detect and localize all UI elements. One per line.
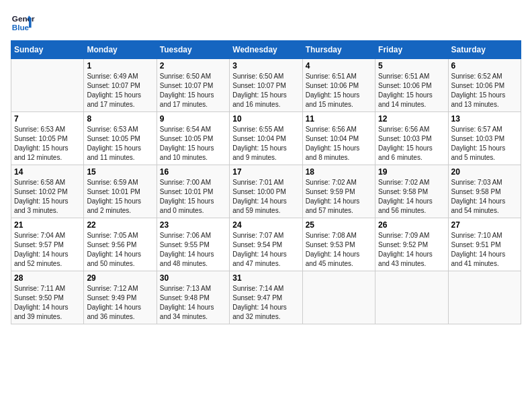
day-number: 18 xyxy=(306,167,372,177)
calendar-cell: 21Sunrise: 7:04 AM Sunset: 9:57 PM Dayli… xyxy=(11,218,84,271)
logo: General Blue xyxy=(11,11,35,35)
calendar-cell: 29Sunrise: 7:12 AM Sunset: 9:49 PM Dayli… xyxy=(84,271,157,324)
day-info: Sunrise: 6:52 AM Sunset: 10:06 PM Daylig… xyxy=(451,72,518,109)
day-number: 12 xyxy=(378,114,445,124)
calendar-cell: 8Sunrise: 6:53 AM Sunset: 10:05 PM Dayli… xyxy=(84,112,157,165)
day-number: 6 xyxy=(451,61,518,71)
calendar-cell: 28Sunrise: 7:11 AM Sunset: 9:50 PM Dayli… xyxy=(11,271,84,324)
calendar-cell: 20Sunrise: 7:03 AM Sunset: 9:58 PM Dayli… xyxy=(448,165,521,218)
calendar-table: SundayMondayTuesdayWednesdayThursdayFrid… xyxy=(11,40,521,324)
calendar-cell: 10Sunrise: 6:55 AM Sunset: 10:04 PM Dayl… xyxy=(230,112,302,165)
day-info: Sunrise: 7:06 AM Sunset: 9:55 PM Dayligh… xyxy=(160,231,226,269)
day-info: Sunrise: 7:11 AM Sunset: 9:50 PM Dayligh… xyxy=(14,284,81,322)
day-info: Sunrise: 7:02 AM Sunset: 9:58 PM Dayligh… xyxy=(378,178,445,216)
day-number: 4 xyxy=(306,61,372,71)
calendar-cell: 6Sunrise: 6:52 AM Sunset: 10:06 PM Dayli… xyxy=(448,59,521,112)
day-info: Sunrise: 6:56 AM Sunset: 10:03 PM Daylig… xyxy=(378,125,445,163)
calendar-cell: 19Sunrise: 7:02 AM Sunset: 9:58 PM Dayli… xyxy=(375,165,448,218)
calendar-cell xyxy=(375,271,448,324)
calendar-cell: 31Sunrise: 7:14 AM Sunset: 9:47 PM Dayli… xyxy=(230,271,302,324)
day-info: Sunrise: 7:00 AM Sunset: 10:01 PM Daylig… xyxy=(160,178,226,216)
weekday-header-sunday: Sunday xyxy=(11,41,84,59)
day-info: Sunrise: 7:08 AM Sunset: 9:53 PM Dayligh… xyxy=(306,231,372,269)
day-number: 31 xyxy=(232,273,299,283)
calendar-cell: 9Sunrise: 6:54 AM Sunset: 10:05 PM Dayli… xyxy=(157,112,229,165)
calendar-cell xyxy=(448,271,521,324)
weekday-header-thursday: Thursday xyxy=(302,41,375,59)
calendar-cell: 13Sunrise: 6:57 AM Sunset: 10:03 PM Dayl… xyxy=(448,112,521,165)
calendar-cell: 17Sunrise: 7:01 AM Sunset: 10:00 PM Dayl… xyxy=(230,165,302,218)
calendar-cell: 26Sunrise: 7:09 AM Sunset: 9:52 PM Dayli… xyxy=(375,218,448,271)
day-number: 13 xyxy=(451,114,518,124)
calendar-header: SundayMondayTuesdayWednesdayThursdayFrid… xyxy=(11,41,521,59)
week-row-2: 7Sunrise: 6:53 AM Sunset: 10:05 PM Dayli… xyxy=(11,112,521,165)
calendar-cell xyxy=(11,59,84,112)
calendar-cell: 11Sunrise: 6:56 AM Sunset: 10:04 PM Dayl… xyxy=(302,112,375,165)
day-info: Sunrise: 7:02 AM Sunset: 9:59 PM Dayligh… xyxy=(306,178,372,216)
calendar-cell: 2Sunrise: 6:50 AM Sunset: 10:07 PM Dayli… xyxy=(157,59,229,112)
svg-text:Blue: Blue xyxy=(12,23,30,32)
day-info: Sunrise: 7:14 AM Sunset: 9:47 PM Dayligh… xyxy=(232,284,299,322)
day-info: Sunrise: 7:04 AM Sunset: 9:57 PM Dayligh… xyxy=(14,231,81,269)
day-info: Sunrise: 6:51 AM Sunset: 10:06 PM Daylig… xyxy=(378,72,445,109)
day-info: Sunrise: 7:07 AM Sunset: 9:54 PM Dayligh… xyxy=(232,231,299,269)
day-info: Sunrise: 7:01 AM Sunset: 10:00 PM Daylig… xyxy=(232,178,299,216)
calendar-body: 1Sunrise: 6:49 AM Sunset: 10:07 PM Dayli… xyxy=(11,59,521,324)
day-number: 15 xyxy=(87,167,153,177)
calendar-cell: 18Sunrise: 7:02 AM Sunset: 9:59 PM Dayli… xyxy=(302,165,375,218)
week-row-5: 28Sunrise: 7:11 AM Sunset: 9:50 PM Dayli… xyxy=(11,271,521,324)
day-number: 1 xyxy=(87,61,153,71)
day-number: 5 xyxy=(378,61,445,71)
day-info: Sunrise: 6:55 AM Sunset: 10:04 PM Daylig… xyxy=(232,125,299,163)
day-info: Sunrise: 6:53 AM Sunset: 10:05 PM Daylig… xyxy=(87,125,153,163)
day-number: 23 xyxy=(160,220,226,230)
week-row-4: 21Sunrise: 7:04 AM Sunset: 9:57 PM Dayli… xyxy=(11,218,521,271)
calendar-cell: 15Sunrise: 6:59 AM Sunset: 10:01 PM Dayl… xyxy=(84,165,157,218)
calendar-cell: 24Sunrise: 7:07 AM Sunset: 9:54 PM Dayli… xyxy=(230,218,302,271)
calendar-cell: 14Sunrise: 6:58 AM Sunset: 10:02 PM Dayl… xyxy=(11,165,84,218)
calendar-cell: 3Sunrise: 6:50 AM Sunset: 10:07 PM Dayli… xyxy=(230,59,302,112)
day-info: Sunrise: 7:10 AM Sunset: 9:51 PM Dayligh… xyxy=(451,231,518,269)
weekday-header-tuesday: Tuesday xyxy=(157,41,229,59)
day-info: Sunrise: 7:13 AM Sunset: 9:48 PM Dayligh… xyxy=(160,284,226,322)
calendar-cell: 27Sunrise: 7:10 AM Sunset: 9:51 PM Dayli… xyxy=(448,218,521,271)
day-info: Sunrise: 7:03 AM Sunset: 9:58 PM Dayligh… xyxy=(451,178,518,216)
calendar-cell: 25Sunrise: 7:08 AM Sunset: 9:53 PM Dayli… xyxy=(302,218,375,271)
calendar-cell: 1Sunrise: 6:49 AM Sunset: 10:07 PM Dayli… xyxy=(84,59,157,112)
weekday-header-saturday: Saturday xyxy=(448,41,521,59)
calendar-cell: 23Sunrise: 7:06 AM Sunset: 9:55 PM Dayli… xyxy=(157,218,229,271)
day-info: Sunrise: 6:50 AM Sunset: 10:07 PM Daylig… xyxy=(160,72,226,109)
page-header: General Blue xyxy=(11,11,521,35)
day-number: 11 xyxy=(306,114,372,124)
calendar-cell: 22Sunrise: 7:05 AM Sunset: 9:56 PM Dayli… xyxy=(84,218,157,271)
day-info: Sunrise: 6:49 AM Sunset: 10:07 PM Daylig… xyxy=(87,72,153,109)
day-info: Sunrise: 7:05 AM Sunset: 9:56 PM Dayligh… xyxy=(87,231,153,269)
day-info: Sunrise: 6:53 AM Sunset: 10:05 PM Daylig… xyxy=(14,125,81,163)
day-info: Sunrise: 6:57 AM Sunset: 10:03 PM Daylig… xyxy=(451,125,518,163)
day-number: 28 xyxy=(14,273,81,283)
calendar-cell xyxy=(302,271,375,324)
day-info: Sunrise: 7:09 AM Sunset: 9:52 PM Dayligh… xyxy=(378,231,445,269)
day-number: 8 xyxy=(87,114,153,124)
calendar-cell: 4Sunrise: 6:51 AM Sunset: 10:06 PM Dayli… xyxy=(302,59,375,112)
day-number: 10 xyxy=(232,114,299,124)
calendar-cell: 5Sunrise: 6:51 AM Sunset: 10:06 PM Dayli… xyxy=(375,59,448,112)
day-number: 21 xyxy=(14,220,81,230)
day-number: 17 xyxy=(232,167,299,177)
day-info: Sunrise: 6:50 AM Sunset: 10:07 PM Daylig… xyxy=(232,72,299,109)
week-row-1: 1Sunrise: 6:49 AM Sunset: 10:07 PM Dayli… xyxy=(11,59,521,112)
day-number: 25 xyxy=(306,220,372,230)
calendar-cell: 7Sunrise: 6:53 AM Sunset: 10:05 PM Dayli… xyxy=(11,112,84,165)
day-number: 30 xyxy=(160,273,226,283)
day-number: 7 xyxy=(14,114,81,124)
day-info: Sunrise: 6:58 AM Sunset: 10:02 PM Daylig… xyxy=(14,178,81,216)
day-number: 3 xyxy=(232,61,299,71)
weekday-header-friday: Friday xyxy=(375,41,448,59)
day-number: 14 xyxy=(14,167,81,177)
svg-text:General: General xyxy=(12,14,35,23)
day-number: 19 xyxy=(378,167,445,177)
calendar-cell: 16Sunrise: 7:00 AM Sunset: 10:01 PM Dayl… xyxy=(157,165,229,218)
day-info: Sunrise: 6:59 AM Sunset: 10:01 PM Daylig… xyxy=(87,178,153,216)
calendar-cell: 12Sunrise: 6:56 AM Sunset: 10:03 PM Dayl… xyxy=(375,112,448,165)
week-row-3: 14Sunrise: 6:58 AM Sunset: 10:02 PM Dayl… xyxy=(11,165,521,218)
